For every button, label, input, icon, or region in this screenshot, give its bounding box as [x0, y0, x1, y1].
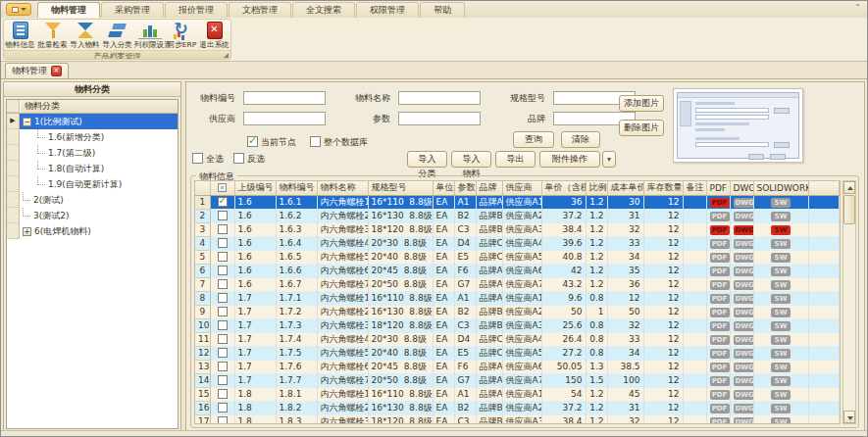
- pdf-badge[interactable]: PDF: [710, 253, 730, 263]
- material-row[interactable]: 81.71.7.1内六角螺栓116*110 8.8级EAA1品牌A供应商A19.…: [195, 291, 840, 305]
- query-button[interactable]: 查询: [513, 131, 554, 148]
- search-input[interactable]: [243, 112, 326, 125]
- tree-node-row[interactable]: 1.8(自动计算): [20, 161, 178, 176]
- solidworks-badge[interactable]: SW: [771, 198, 791, 208]
- menu-tab[interactable]: 采购管理: [101, 2, 164, 18]
- select-all-checkbox[interactable]: [192, 153, 203, 164]
- material-row[interactable]: 11.61.6.1内六角螺栓116*110 8.8级EAA1品牌A供应商A136…: [195, 195, 840, 209]
- pdf-badge[interactable]: PDF: [710, 198, 730, 208]
- material-row[interactable]: 61.61.6.6内六角螺栓620*45 8.8级EAF6品牌A供应商A6421…: [195, 264, 840, 277]
- grid-column-header[interactable]: PDF: [706, 181, 730, 195]
- row-checkbox[interactable]: [218, 307, 228, 316]
- pdf-badge[interactable]: PDF: [710, 376, 730, 386]
- dwg-badge[interactable]: DWG: [734, 308, 754, 317]
- material-row[interactable]: 91.71.7.2内六角螺栓216*130 8.8级EAB2品牌B供应商A250…: [195, 305, 840, 318]
- row-checkbox[interactable]: [218, 293, 228, 303]
- solidworks-badge[interactable]: SW: [771, 335, 791, 345]
- ribbon-button[interactable]: 物料信息: [4, 20, 36, 50]
- pdf-badge[interactable]: PDF: [710, 417, 730, 425]
- pdf-badge[interactable]: PDF: [710, 363, 730, 372]
- material-row[interactable]: 41.61.6.4内六角螺栓420*30 8.8级EAD4品牌C供应商A439.…: [195, 236, 840, 250]
- pdf-badge[interactable]: PDF: [710, 280, 730, 290]
- tree-node[interactable]: +6(电焊机物料): [7, 223, 178, 239]
- tree-node[interactable]: 1.9(自动更新计算): [7, 176, 178, 192]
- solidworks-badge[interactable]: SW: [771, 294, 791, 304]
- material-row[interactable]: 121.71.7.5内六角螺栓520*40 8.8级EAE5品牌C供应商A527…: [195, 346, 840, 360]
- solidworks-badge[interactable]: SW: [771, 253, 791, 263]
- pdf-badge[interactable]: PDF: [710, 321, 730, 331]
- tree-node-row[interactable]: 1.6(新增分类): [20, 129, 178, 145]
- dwg-badge[interactable]: DWG: [734, 225, 754, 235]
- solidworks-badge[interactable]: SW: [771, 308, 791, 317]
- attachment-dropdown-button[interactable]: [602, 151, 616, 168]
- tree-node[interactable]: 1.6(新增分类): [7, 129, 178, 145]
- material-row[interactable]: 171.81.8.3内六角螺栓318*120 8.8级EAC3品牌B供应商A33…: [195, 414, 840, 424]
- material-row[interactable]: 131.71.7.6内六角螺栓620*45 8.8级EAF6品牌A供应商A650…: [195, 360, 840, 373]
- ribbon-button[interactable]: 退出系统: [198, 20, 230, 50]
- solidworks-badge[interactable]: SW: [771, 267, 791, 276]
- dwg-badge[interactable]: DWG: [734, 417, 754, 425]
- dwg-badge[interactable]: DWG: [734, 212, 754, 221]
- invert-select-option[interactable]: 反选: [233, 153, 265, 166]
- tree-node-row[interactable]: 1.7(第二级): [20, 145, 178, 161]
- pdf-badge[interactable]: PDF: [710, 390, 730, 400]
- solidworks-badge[interactable]: SW: [771, 239, 791, 249]
- ribbon-button[interactable]: 导入物料: [69, 20, 101, 50]
- row-checkbox[interactable]: [218, 224, 228, 234]
- material-row[interactable]: 161.81.8.2内六角螺栓216*130 8.8级EAB2品牌B供应商A23…: [195, 401, 840, 414]
- dwg-badge[interactable]: DWG: [734, 198, 754, 208]
- material-row[interactable]: 141.71.7.7内六角螺栓720*50 8.8级EAG7品牌A供应商A715…: [195, 373, 840, 387]
- delete-picture-button[interactable]: 删除图片: [619, 120, 664, 136]
- solidworks-badge[interactable]: SW: [771, 280, 791, 290]
- dwg-badge[interactable]: DWG: [734, 267, 754, 276]
- pdf-badge[interactable]: PDF: [710, 225, 730, 235]
- row-checkbox[interactable]: [218, 348, 228, 358]
- pdf-badge[interactable]: PDF: [710, 267, 730, 276]
- ribbon-button[interactable]: 同步ERP: [166, 20, 198, 50]
- ribbon-collapse-icon[interactable]: ⌃: [854, 3, 861, 12]
- scrollbar-up-icon[interactable]: [843, 181, 855, 194]
- row-checkbox[interactable]: [218, 416, 228, 424]
- search-input[interactable]: [398, 112, 481, 125]
- import-category-button[interactable]: 导入分类: [407, 151, 447, 168]
- pdf-badge[interactable]: PDF: [710, 349, 730, 359]
- solidworks-badge[interactable]: SW: [771, 376, 791, 386]
- ribbon-button[interactable]: 列权限设置: [133, 20, 166, 50]
- row-checkbox[interactable]: [218, 389, 228, 399]
- tree-expander-icon[interactable]: −: [23, 118, 31, 126]
- grid-scrollbar[interactable]: [842, 180, 856, 424]
- row-checkbox[interactable]: [218, 266, 228, 275]
- grid-column-header[interactable]: 成本单价: [607, 181, 643, 195]
- menu-tab[interactable]: 帮助: [420, 2, 465, 18]
- pdf-badge[interactable]: PDF: [710, 294, 730, 304]
- row-checkbox[interactable]: [218, 362, 228, 371]
- tree-node[interactable]: 2(测试): [7, 192, 178, 208]
- whole-database-option[interactable]: 整个数据库: [310, 136, 368, 149]
- grid-column-header[interactable]: 物料编号: [276, 181, 317, 195]
- tree-node-row[interactable]: 1.9(自动更新计算): [20, 176, 178, 192]
- menu-tab[interactable]: 文档管理: [229, 2, 291, 18]
- solidworks-badge[interactable]: SW: [771, 225, 791, 235]
- scrollbar-thumb[interactable]: [843, 195, 855, 224]
- dwg-badge[interactable]: DWG: [734, 363, 754, 372]
- solidworks-badge[interactable]: SW: [771, 349, 791, 359]
- menu-tab[interactable]: 全文搜索: [292, 2, 355, 18]
- menu-tab[interactable]: 权限管理: [356, 2, 419, 18]
- pdf-badge[interactable]: PDF: [710, 212, 730, 221]
- search-input[interactable]: [243, 91, 326, 105]
- menu-tab[interactable]: 物料管理: [37, 2, 100, 18]
- row-checkbox[interactable]: [218, 211, 228, 220]
- pdf-badge[interactable]: PDF: [710, 404, 730, 413]
- grid-column-header[interactable]: 库存数量: [643, 181, 683, 195]
- grid-column-header[interactable]: 物料名称: [317, 181, 368, 195]
- attachment-operation-button[interactable]: 附件操作: [539, 151, 600, 168]
- row-checkbox[interactable]: [218, 252, 228, 262]
- tree-node-row[interactable]: 2(测试): [20, 192, 178, 208]
- tree-node-row[interactable]: −1(比例测试): [20, 114, 178, 129]
- dwg-badge[interactable]: DWG: [734, 349, 754, 359]
- grid-column-header[interactable]: 规格型号: [368, 181, 433, 195]
- current-node-option[interactable]: 当前节点: [247, 136, 296, 149]
- solidworks-badge[interactable]: SW: [771, 212, 791, 221]
- grid-column-header[interactable]: 单位: [433, 181, 454, 195]
- dwg-badge[interactable]: DWG: [734, 335, 754, 345]
